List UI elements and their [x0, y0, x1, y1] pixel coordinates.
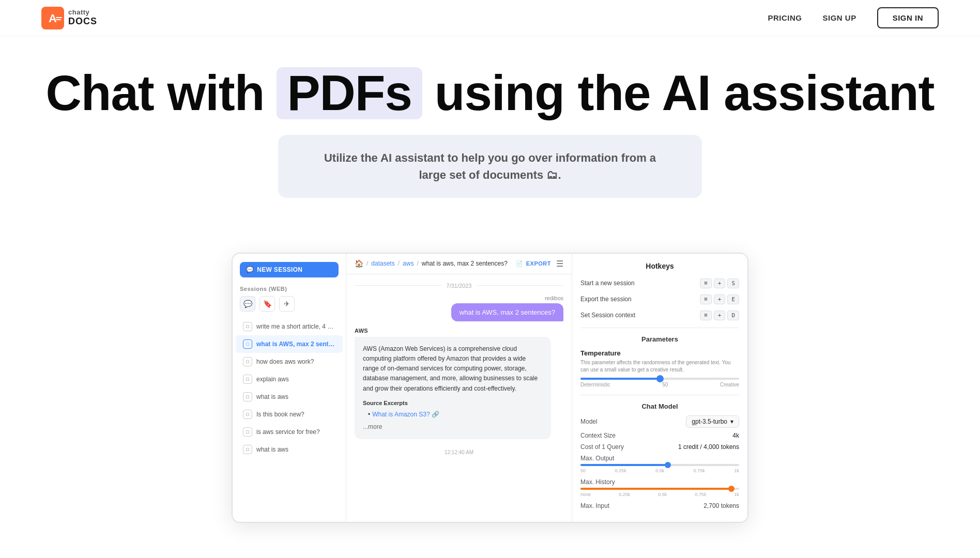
settings-icon[interactable]: ☰ — [556, 259, 563, 269]
temp-right-label: Creative — [720, 382, 739, 388]
sessions-label: Sessions (WEB) — [233, 286, 346, 296]
session-item[interactable]: □ what is aws — [236, 388, 343, 406]
hero-title-part3: using the AI assistant — [435, 67, 935, 119]
max-history-thumb[interactable] — [728, 486, 734, 492]
session-item[interactable]: □ is aws service for free? — [236, 423, 343, 441]
ai-message-area: AWS AWS (Amazon Web Services) is a compr… — [355, 328, 563, 439]
svg-rect-3 — [56, 19, 61, 20]
date-text: 7/31/2023 — [447, 283, 472, 289]
hotkey-export-keys: ⌘ + E — [700, 295, 739, 304]
export-button[interactable]: 📄 EXPORT — [516, 260, 551, 267]
hero-title-part2: PDFs — [277, 67, 422, 119]
max-output-thumb[interactable] — [665, 462, 671, 468]
session-text: is aws service for free? — [256, 428, 320, 436]
logo-chatty-label: chatty — [68, 9, 97, 16]
svg-rect-2 — [56, 17, 62, 18]
session-text: what is aws — [256, 446, 288, 453]
breadcrumb-sep3: / — [417, 260, 418, 267]
export-icon: 📄 — [516, 260, 524, 267]
breadcrumb-home-icon[interactable]: 🏠 — [355, 259, 363, 268]
session-icon-active: □ — [243, 339, 252, 349]
session-icon: □ — [243, 427, 252, 437]
breadcrumb-datasets[interactable]: datasets — [371, 260, 394, 267]
context-size-label: Context Size — [580, 432, 616, 439]
session-item[interactable]: □ write me a short article, 4 para... — [236, 318, 343, 335]
chevron-down-icon: ▾ — [730, 418, 733, 425]
session-item[interactable]: □ Is this book new? — [236, 406, 343, 423]
more-link[interactable]: ...more — [363, 422, 543, 432]
nav-links: PRICING SIGN UP SIGN IN — [768, 7, 939, 28]
key-plus2: + — [714, 295, 726, 304]
max-input-label: Max. Input — [580, 502, 609, 509]
hotkey-new-session-keys: ⌘ + S — [700, 278, 739, 288]
logo[interactable]: A chatty DOCS — [41, 7, 97, 29]
tick-025k-h: 0.25k — [619, 492, 630, 497]
hotkey-context-keys: ⌘ + D — [700, 311, 739, 320]
breadcrumb-aws[interactable]: aws — [403, 260, 414, 267]
temperature-thumb[interactable] — [656, 375, 664, 382]
max-history-row: Max. History none 0.25k 0.5k 0.75k 1k — [580, 478, 739, 497]
divider1 — [580, 328, 739, 328]
tick-05k-h: 0.5k — [658, 492, 667, 497]
tick-05k: 0.5k — [655, 468, 664, 473]
session-item[interactable]: □ how does aws work? — [236, 353, 343, 370]
signup-link[interactable]: SIGN UP — [822, 13, 856, 22]
hero-subtitle-text: Utilize the AI assistant to help you go … — [309, 149, 671, 183]
hotkeys-title: Hotkeys — [580, 262, 739, 270]
user-bubble: what is AWS, max 2 sentences? — [451, 303, 563, 321]
hero-title: Chat with PDFs using the AI assistant — [41, 67, 939, 119]
temperature-slider[interactable]: Deterministic 50 Creative — [580, 378, 739, 388]
sidebar-chat-icon[interactable]: 💬 — [240, 296, 255, 312]
sidebar-icon-bar: 💬 🔖 ✈ — [233, 296, 346, 318]
max-output-slider[interactable] — [580, 464, 739, 466]
session-icon: □ — [243, 410, 252, 419]
temperature-track — [580, 378, 739, 380]
chat-header: 🏠 / datasets / aws / what is aws, max 2 … — [346, 254, 572, 274]
session-item-active[interactable]: □ what is AWS, max 2 sentences? — [236, 335, 343, 353]
ai-response-text: AWS (Amazon Web Services) is a comprehen… — [363, 345, 538, 392]
date-divider: 7/31/2023 — [355, 283, 563, 289]
session-icon: □ — [243, 392, 252, 401]
timestamp: 12:12:40 AM — [355, 450, 563, 455]
sidebar-bookmark-icon[interactable]: 🔖 — [259, 296, 275, 312]
new-session-label: NEW SESSION — [257, 266, 302, 273]
sidebar-send-icon[interactable]: ✈ — [279, 296, 295, 312]
key-cmd2: ⌘ — [700, 295, 712, 304]
model-select[interactable]: gpt-3.5-turbo ▾ — [686, 415, 739, 428]
signin-button[interactable]: SIGN IN — [877, 7, 939, 28]
chat-body: 7/31/2023 redibos what is AWS, max 2 sen… — [346, 274, 572, 522]
new-session-button[interactable]: 💬 NEW SESSION — [240, 262, 339, 277]
parameters-title: Parameters — [580, 335, 739, 343]
key-e: E — [727, 295, 739, 304]
key-cmd: ⌘ — [700, 278, 712, 288]
tick-none: none — [580, 492, 591, 497]
tick-075k-h: 0.75k — [695, 492, 706, 497]
ai-label: AWS — [355, 328, 563, 334]
cost-label: Cost of 1 Query — [580, 443, 624, 451]
temp-left-label: Deterministic — [580, 382, 610, 388]
temperature-slider-labels: Deterministic 50 Creative — [580, 382, 739, 388]
context-size-value: 4k — [732, 432, 739, 439]
breadcrumb-sep2: / — [398, 260, 400, 267]
chat-model-title: Chat Model — [580, 402, 739, 410]
session-item[interactable]: □ what is aws — [236, 441, 343, 458]
max-output-ticks: 50 0.25k 0.5k 0.75k 1k — [580, 468, 739, 473]
pricing-link[interactable]: PRICING — [768, 13, 802, 22]
hotkey-export-label: Export the session — [580, 296, 632, 303]
app-screenshot: 💬 NEW SESSION Sessions (WEB) 💬 🔖 ✈ □ wri… — [232, 253, 748, 523]
session-text: Is this book new? — [256, 411, 304, 418]
logo-icon: A — [41, 7, 64, 29]
context-size-row: Context Size 4k — [580, 432, 739, 439]
sidebar: 💬 NEW SESSION Sessions (WEB) 💬 🔖 ✈ □ wri… — [233, 254, 346, 522]
temp-mid-value: 50 — [662, 382, 668, 388]
temperature-desc: This parameter affects the randomness of… — [580, 359, 739, 374]
new-session-icon: 💬 — [246, 266, 254, 273]
user-label: redibos — [545, 295, 563, 301]
hotkey-row-export: Export the session ⌘ + E — [580, 295, 739, 304]
max-history-slider[interactable] — [580, 488, 739, 490]
max-output-label: Max. Output — [580, 455, 739, 462]
source-link[interactable]: What is Amazon S3? 🔗 — [372, 410, 439, 420]
session-item[interactable]: □ explain aws — [236, 370, 343, 388]
tick-1k: 1k — [734, 468, 739, 473]
hotkey-new-session-label: Start a new session — [580, 280, 635, 287]
